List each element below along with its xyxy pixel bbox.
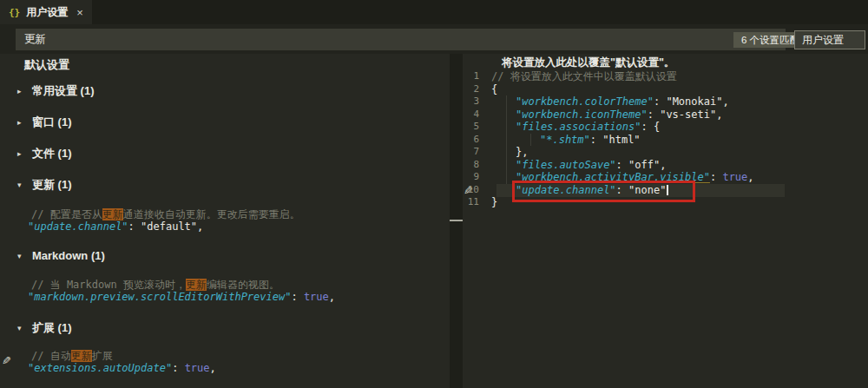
code-line-4[interactable]: 4 "workbench.iconTheme": "vs-seti", [462,109,868,122]
brace: { [491,83,497,95]
brace: } [491,196,497,208]
json-key: "*.shtm" [540,134,590,146]
chevron-down-icon: ▾ [17,252,25,260]
line-number: 1 [462,70,491,83]
json-key: "workbench.colorTheme" [516,95,654,108]
comment-text: // 当 Markdown 预览滚动时， [31,279,186,291]
section-label: 窗口 (1) [32,115,72,130]
close-icon[interactable]: × [76,7,83,18]
line-number: 11 [462,196,491,209]
section-label: Markdown (1) [32,249,105,262]
line-number: 5 [462,121,491,134]
separator: : [710,171,722,183]
scope-dropdown-value: 用户设置 [802,33,844,48]
comma: , [210,362,216,374]
line-number: 6 [462,134,491,147]
comment-text: 编辑器的视图。 [207,279,279,291]
line-number: 3 [462,95,491,109]
comma: , [329,291,335,303]
json-value: : "html" [590,134,641,146]
settings-scope-dropdown[interactable]: 用户设置 [794,30,865,49]
setting-separator: : [291,291,303,303]
code-line-8[interactable]: 8 "files.autoSave": "off", [462,159,868,172]
chevron-right-icon: ▸ [17,118,25,127]
section-common-settings[interactable]: ▸ 常用设置 (1) [17,83,95,99]
tab-bar: {} 用户设置 × [0,0,868,24]
section-update[interactable]: ▾ 更新 (1) [17,177,72,193]
setting-key: "update.channel" [28,220,128,233]
line-number: 4 [462,109,491,122]
comment-text: 通道接收自动更新。更改后需要重启。 [123,208,300,220]
settings-split-view: 默认设置 ▸ 常用设置 (1) ▸ 窗口 (1) ▸ 文件 (1) ▾ 更新 (… [0,54,868,388]
edit-pencil-icon[interactable]: ✎ [2,354,11,367]
json-value: : "off", [616,159,667,171]
json-value: : { [641,121,661,133]
code-line-6[interactable]: 6 "*.shtm": "html" [462,134,868,147]
line-number: 2 [462,83,491,96]
json-value: true [722,171,747,183]
comma: , [747,171,753,183]
extensions-autoupdate-setting: "extensions.autoUpdate": true, [28,362,216,374]
line-number: 9 [462,171,491,184]
default-settings-title: 默认设置 [24,57,69,73]
brace: }, [516,146,528,158]
section-extensions[interactable]: ▾ 扩展 (1) [17,320,72,336]
json-value: : "vs-seti", [648,109,723,121]
setting-separator: : [172,362,184,374]
comment-text: // 将设置放入此文件中以覆盖默认设置 [491,70,677,82]
line-number: 8 [462,159,491,172]
setting-value: "default", [141,220,203,233]
setting-key: "markdown.preview.scrollEditorWithPrevie… [28,291,291,303]
red-annotation-box [512,181,695,202]
code-line-2[interactable]: 2 { [462,83,868,96]
section-label: 文件 (1) [32,146,72,161]
code-line-5[interactable]: 5 "files.associations": { [462,121,868,134]
section-label: 扩展 (1) [32,320,72,336]
chevron-down-icon: ▾ [17,181,25,189]
line-number: 7 [462,146,491,159]
search-match-highlight: 更新 [71,350,92,362]
scrollbar-thumb-handle[interactable] [450,220,463,221]
markdown-scroll-setting: "markdown.preview.scrollEditorWithPrevie… [28,291,335,303]
json-key: "files.associations" [516,121,641,133]
json-key: "files.autoSave" [516,159,616,171]
settings-editor-window: {} 用户设置 × 6 个设置匹配 用户设置 默认设置 ▸ 常用设置 (1) ▸… [0,0,868,388]
settings-search-input[interactable] [16,29,786,50]
default-settings-panel: 默认设置 ▸ 常用设置 (1) ▸ 窗口 (1) ▸ 文件 (1) ▾ 更新 (… [0,54,444,388]
code-line-1[interactable]: 1 // 将设置放入此文件中以覆盖默认设置 [462,70,868,83]
json-braces-icon: {} [9,7,20,18]
chevron-down-icon: ▾ [17,324,25,332]
section-label: 常用设置 (1) [32,83,95,99]
editor-hint-text: 将设置放入此处以覆盖"默认设置"。 [502,56,674,70]
settings-search-toolbar: 6 个设置匹配 用户设置 [0,24,868,54]
json-value: : "Monokai", [654,95,729,108]
comment-text: // 自动 [31,350,71,362]
search-match-highlight: 更新 [102,208,123,220]
comment-text: // 配置是否从 [31,208,102,220]
setting-key: "extensions.autoUpdate" [28,362,172,374]
tab-user-settings[interactable]: {} 用户设置 × [0,0,92,24]
comment-text: 扩展 [92,350,113,362]
tab-title: 用户设置 [26,5,68,20]
line-number: 10 [462,184,491,197]
setting-value: true [304,291,329,303]
setting-value: true [185,362,210,374]
chevron-right-icon: ▸ [17,149,25,158]
user-settings-editor[interactable]: 将设置放入此处以覆盖"默认设置"。 1 // 将设置放入此文件中以覆盖默认设置 … [462,54,868,388]
json-key: "workbench.iconTheme" [516,109,648,121]
code-line-3[interactable]: 3 "workbench.colorTheme": "Monokai", [462,95,868,109]
update-channel-default-setting: "update.channel": "default", [28,220,203,233]
code-line-7[interactable]: 7 }, [462,146,868,159]
section-markdown[interactable]: ▾ Markdown (1) [17,249,105,262]
chevron-right-icon: ▸ [17,87,25,95]
setting-separator: : [128,220,141,233]
search-match-highlight: 更新 [186,279,207,291]
section-window[interactable]: ▸ 窗口 (1) [17,115,72,130]
section-label: 更新 (1) [32,177,72,193]
section-files[interactable]: ▸ 文件 (1) [17,146,72,161]
